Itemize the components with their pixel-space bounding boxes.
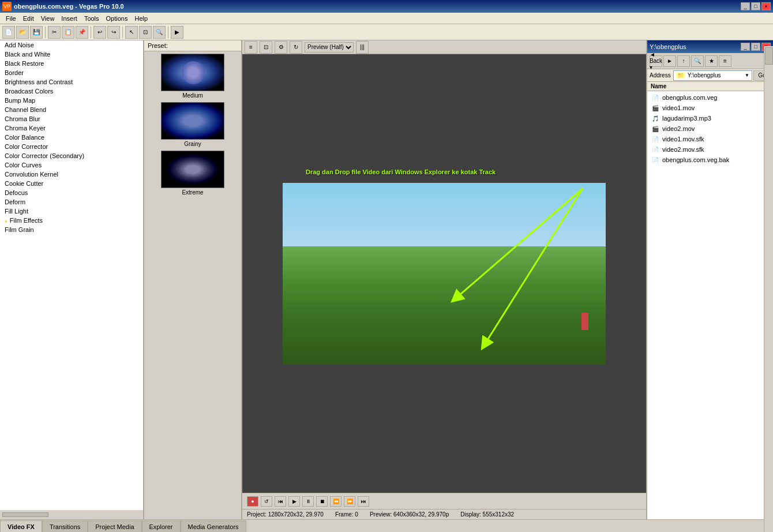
preview-settings-btn[interactable]: ⚙ <box>275 41 287 54</box>
fx-item-film-grain[interactable]: Film Grain <box>0 225 143 234</box>
file-item-5[interactable]: 📄 video2.mov.sfk <box>647 144 773 155</box>
sfk-icon-5: 📄 <box>651 145 660 153</box>
preview-extra-btn[interactable]: ||| <box>356 41 369 54</box>
fx-item-black-restore[interactable]: Black Restore <box>0 59 143 68</box>
tab-explorer[interactable]: Explorer <box>142 520 181 532</box>
cursor-tool[interactable]: ↖ <box>125 26 138 39</box>
project-info: Project: 1280x720x32, 29.970 <box>247 511 324 518</box>
fx-item-color-balance[interactable]: Color Balance <box>0 133 143 142</box>
fx-item-defocus[interactable]: Defocus <box>0 188 143 197</box>
tab-videofx[interactable]: Video FX <box>0 520 42 532</box>
menu-help[interactable]: Help <box>131 14 151 23</box>
new-button[interactable]: 📄 <box>2 26 15 39</box>
redo-button[interactable]: ↪ <box>107 26 120 39</box>
fx-item-convolution[interactable]: Convolution Kernel <box>0 170 143 179</box>
fx-item-color-curves[interactable]: Color Curves <box>0 160 143 170</box>
preview-split-btn[interactable]: ⊡ <box>260 41 272 54</box>
preset-extreme[interactable]: Extreme <box>147 151 239 196</box>
frame-info: Frame: 0 <box>335 511 358 518</box>
tab-mediagenerators[interactable]: Media Generators <box>181 520 246 532</box>
video-preview-container: Drag dan Drop file Video dari Windows Ex… <box>283 183 606 365</box>
undo-button[interactable]: ↩ <box>93 26 106 39</box>
back-button[interactable]: ◄ Back ▾ <box>650 55 662 67</box>
file-item-1[interactable]: 🎬 video1.mov <box>647 103 773 113</box>
file-panel: Y:\obengplus _ □ × ◄ Back ▾ ► ↑ 🔍 ★ ≡ Ad… <box>646 40 773 519</box>
menu-options[interactable]: Options <box>103 14 132 23</box>
close-button[interactable]: × <box>761 2 771 10</box>
preview-menu-btn[interactable]: ≡ <box>245 41 257 54</box>
transport-prev-frame-btn[interactable]: ⏪ <box>330 496 342 507</box>
file-name-5: video2.mov.sfk <box>662 146 704 153</box>
zoom-tool[interactable]: 🔍 <box>153 26 166 39</box>
transport-next-frame-btn[interactable]: ⏩ <box>344 496 355 507</box>
menu-file[interactable]: File <box>2 14 20 23</box>
render-button[interactable]: ▶ <box>171 26 183 39</box>
fx-item-broadcast[interactable]: Broadcast Colors <box>0 87 143 96</box>
file-panel-maximize[interactable]: □ <box>751 43 760 51</box>
maximize-button[interactable]: □ <box>751 2 760 10</box>
video-preview <box>283 183 606 365</box>
menu-edit[interactable]: Edit <box>20 14 37 23</box>
save-button[interactable]: 💾 <box>30 26 43 39</box>
fx-item-chroma-keyer[interactable]: Chroma Keyer <box>0 123 143 133</box>
file-name-2: lagudarimp3.mp3 <box>662 115 711 122</box>
fx-item-fill-light[interactable]: Fill Light <box>0 207 143 216</box>
copy-button[interactable]: 📋 <box>62 26 74 39</box>
file-item-4[interactable]: 📄 video1.mov.sfk <box>647 134 773 144</box>
fx-item-bump-map[interactable]: Bump Map <box>0 96 143 105</box>
address-dropdown-icon[interactable]: ▼ <box>745 73 749 78</box>
forward-button[interactable]: ► <box>663 55 676 67</box>
history-button[interactable]: ≡ <box>719 55 731 67</box>
preset-medium-thumb <box>161 54 224 91</box>
transport-pause-btn[interactable]: ⏸ <box>302 496 314 507</box>
fx-item-add-noise[interactable]: Add Noise <box>0 40 143 50</box>
up-button[interactable]: ↑ <box>677 55 690 67</box>
file-item-2[interactable]: 🎵 lagudarimp3.mp3 <box>647 113 773 123</box>
search-button[interactable]: 🔍 <box>691 55 704 67</box>
preset-medium[interactable]: Medium <box>147 54 239 99</box>
fx-item-black-white[interactable]: Black and White <box>0 50 143 59</box>
preview-quality-select[interactable]: Preview (Half) <box>305 42 354 53</box>
fx-item-cookie-cutter[interactable]: Cookie Cutter <box>0 179 143 188</box>
fx-item-color-corrector[interactable]: Color Corrector <box>0 142 143 151</box>
transport-record-btn[interactable]: ● <box>247 496 258 507</box>
tab-projectmedia[interactable]: Project Media <box>88 520 141 532</box>
preset-scrollbar[interactable] <box>764 46 773 532</box>
preview-loop-btn[interactable]: ↻ <box>290 41 302 54</box>
file-panel-minimize[interactable]: _ <box>741 43 750 51</box>
preset-panel: Preset: Medium Grainy Extreme <box>144 40 242 519</box>
paste-button[interactable]: 📌 <box>76 26 88 39</box>
favorites-button[interactable]: ★ <box>705 55 718 67</box>
minimize-button[interactable]: _ <box>741 2 750 10</box>
file-list-header: Name <box>647 82 773 91</box>
file-list: 📄 obengplus.com.veg 🎬 video1.mov 🎵 lagud… <box>647 91 773 519</box>
tab-transitions[interactable]: Transitions <box>42 520 88 532</box>
transport-play-btn[interactable]: ▶ <box>288 496 300 507</box>
address-field[interactable]: 📁 Y:\obengplus ▼ <box>673 70 752 81</box>
title-bar: VP obengplus.com.veg - Vegas Pro 10.0 _ … <box>0 0 773 13</box>
transport-loop-btn[interactable]: ↺ <box>261 496 272 507</box>
cut-button[interactable]: ✂ <box>48 26 61 39</box>
preset-grainy[interactable]: Grainy <box>147 102 239 147</box>
fx-item-border[interactable]: Border <box>0 68 143 77</box>
select-tool[interactable]: ⊡ <box>139 26 152 39</box>
fx-item-film-effects[interactable]: Film Effects <box>0 216 143 225</box>
transport-prev-btn[interactable]: ⏮ <box>275 496 286 507</box>
fx-scrollbar-horizontal[interactable] <box>0 510 143 519</box>
transport-next-btn[interactable]: ⏭ <box>358 496 369 507</box>
open-button[interactable]: 📂 <box>16 26 29 39</box>
fx-item-channel-blend[interactable]: Channel Blend <box>0 105 143 114</box>
menu-view[interactable]: View <box>37 14 58 23</box>
transport-stop-btn[interactable]: ⏹ <box>316 496 328 507</box>
main-toolbar: 📄 📂 💾 ✂ 📋 📌 ↩ ↪ ↖ ⊡ 🔍 ▶ <box>0 24 773 40</box>
menu-insert[interactable]: Insert <box>58 14 81 23</box>
file-item-6[interactable]: 📄 obengplus.com.veg.bak <box>647 155 773 165</box>
fx-item-color-corrector-sec[interactable]: Color Corrector (Secondary) <box>0 151 143 160</box>
fx-item-chroma-blur[interactable]: Chroma Blur <box>0 114 143 123</box>
preview-toolbar: ≡ ⊡ ⚙ ↻ Preview (Half) ||| <box>242 40 646 54</box>
fx-item-deform[interactable]: Deform <box>0 197 143 207</box>
fx-item-brightness[interactable]: Brightness and Contrast <box>0 77 143 87</box>
menu-tools[interactable]: Tools <box>81 14 103 23</box>
file-item-0[interactable]: 📄 obengplus.com.veg <box>647 92 773 103</box>
file-item-3[interactable]: 🎬 video2.mov <box>647 123 773 134</box>
